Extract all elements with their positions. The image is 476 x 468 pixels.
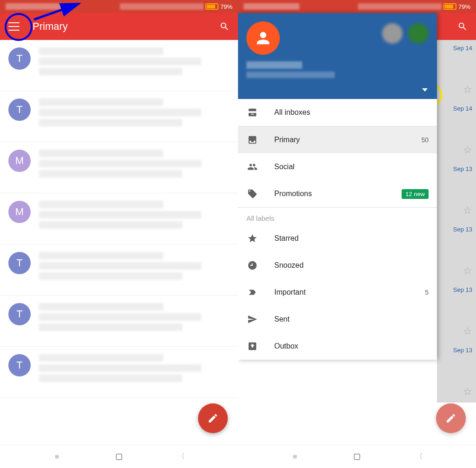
drawer-item-label: Outbox <box>274 342 429 350</box>
search-icon[interactable] <box>219 21 230 32</box>
background-email-item: Sep 14 ☆ <box>437 40 476 100</box>
email-item[interactable]: M <box>0 193 238 244</box>
email-item[interactable]: T <box>0 244 238 296</box>
email-date: Sep 14 <box>453 105 472 112</box>
background-email-item: Sep 13 ☆ <box>437 221 476 282</box>
drawer-item-snoozed[interactable]: Snoozed <box>238 252 437 279</box>
sender-avatar: T <box>8 354 31 376</box>
sent-icon <box>246 314 258 324</box>
background-email-item: Sep 13 ☆ <box>437 342 476 402</box>
starred-icon <box>246 233 258 244</box>
email-item[interactable]: T <box>0 296 238 347</box>
drawer-item-sent[interactable]: Sent <box>238 306 437 333</box>
item-count: 5 <box>425 289 429 296</box>
background-email-dates: Sep 14 ☆Sep 14 ☆Sep 13 ☆Sep 13 ☆Sep 13 ☆… <box>437 40 476 402</box>
sender-avatar: M <box>8 201 31 223</box>
drawer-item-outbox[interactable]: Outbox <box>238 333 437 360</box>
drawer-item-starred[interactable]: Starred <box>238 225 437 252</box>
nav-bar: ≡ 〈 <box>238 445 476 468</box>
star-icon[interactable]: ☆ <box>463 144 472 156</box>
secondary-account-1[interactable] <box>382 23 403 44</box>
snoozed-icon <box>246 260 258 270</box>
primary-icon <box>246 135 258 145</box>
status-right: 79% <box>358 3 470 10</box>
recent-apps-button[interactable]: ≡ <box>52 452 62 462</box>
sender-avatar: T <box>8 252 31 274</box>
battery-percent: 79% <box>458 3 470 10</box>
email-content-blur <box>39 303 230 339</box>
email-content-blur <box>39 47 230 83</box>
drawer-section-header: All labels <box>238 208 437 225</box>
star-icon[interactable]: ☆ <box>463 204 472 217</box>
email-item[interactable]: T <box>0 347 238 398</box>
email-date: Sep 13 <box>453 286 472 293</box>
sender-avatar: T <box>8 99 31 121</box>
email-content-blur <box>39 354 230 390</box>
drawer-item-all-inboxes[interactable]: All inboxes <box>238 99 437 126</box>
sender-avatar: M <box>8 150 31 172</box>
star-icon[interactable]: ☆ <box>463 325 472 337</box>
email-content-blur <box>39 99 230 134</box>
drawer-item-social[interactable]: Social <box>238 153 437 180</box>
drawer-list: All inboxes Primary50 Social Promotions1… <box>238 99 437 360</box>
svg-rect-0 <box>116 454 122 460</box>
battery-icon <box>205 3 218 10</box>
drawer-item-promotions[interactable]: Promotions12 new <box>238 180 437 207</box>
home-button[interactable] <box>352 452 362 462</box>
email-list: T T M M T T T <box>0 40 238 398</box>
email-date: Sep 14 <box>453 45 472 52</box>
email-item[interactable]: T <box>0 91 238 142</box>
app-header: Primary <box>0 13 238 40</box>
email-content-blur <box>39 150 230 185</box>
email-item[interactable]: T <box>0 40 238 91</box>
drawer-item-label: Primary <box>274 136 405 144</box>
item-count: 50 <box>421 136 429 144</box>
search-icon[interactable] <box>457 21 468 32</box>
drawer-item-label: All inboxes <box>274 108 429 117</box>
email-date: Sep 13 <box>453 226 472 233</box>
secondary-account-2[interactable] <box>408 23 429 44</box>
status-bar: 79% <box>0 0 238 13</box>
email-date: Sep 13 <box>453 347 472 354</box>
promotions-icon <box>246 189 258 199</box>
sender-avatar: T <box>8 303 31 325</box>
status-left-blur <box>6 3 61 10</box>
home-button[interactable] <box>114 452 124 462</box>
account-avatar[interactable] <box>246 21 280 55</box>
star-icon[interactable]: ☆ <box>463 386 472 398</box>
drawer-item-label: Promotions <box>274 190 386 198</box>
star-icon[interactable]: ☆ <box>463 265 472 277</box>
account-name-blur <box>246 61 302 69</box>
menu-icon[interactable] <box>8 22 20 31</box>
back-button[interactable]: 〈 <box>414 452 424 462</box>
compose-button[interactable] <box>198 403 228 433</box>
recent-apps-button[interactable]: ≡ <box>290 452 300 462</box>
star-icon[interactable]: ☆ <box>463 84 472 96</box>
background-email-item: Sep 13 ☆ <box>437 282 476 342</box>
drawer-header <box>238 13 437 99</box>
nav-bar: ≡ 〈 <box>0 445 238 468</box>
drawer-item-important[interactable]: Important5 <box>238 279 437 306</box>
item-badge: 12 new <box>402 189 429 199</box>
back-button[interactable]: 〈 <box>176 452 186 462</box>
svg-rect-4 <box>354 454 360 460</box>
email-item[interactable]: M <box>0 142 238 193</box>
compose-button[interactable] <box>436 403 466 433</box>
screen-left-inbox: 79% Primary T T M M T T T <box>0 0 238 468</box>
sender-avatar: T <box>8 47 31 70</box>
status-icons-blur <box>358 3 442 10</box>
navigation-drawer: All inboxes Primary50 Social Promotions1… <box>238 13 437 360</box>
secondary-accounts <box>382 23 429 44</box>
status-right: 79% <box>120 3 232 10</box>
screen-right-drawer: 79% Sep 14 ☆Sep 14 ☆Sep 13 ☆Sep 13 ☆Sep … <box>238 0 476 468</box>
status-bar: 79% <box>238 0 476 13</box>
battery-percent: 79% <box>220 3 232 10</box>
background-email-item: Sep 14 ☆ <box>437 100 476 161</box>
drawer-item-label: Important <box>274 288 409 297</box>
status-left-blur <box>244 3 299 10</box>
account-email-blur <box>246 72 335 78</box>
account-dropdown-icon[interactable] <box>422 88 428 92</box>
drawer-item-primary[interactable]: Primary50 <box>238 126 437 153</box>
drawer-item-label: Sent <box>274 315 429 323</box>
page-title: Primary <box>33 20 206 33</box>
